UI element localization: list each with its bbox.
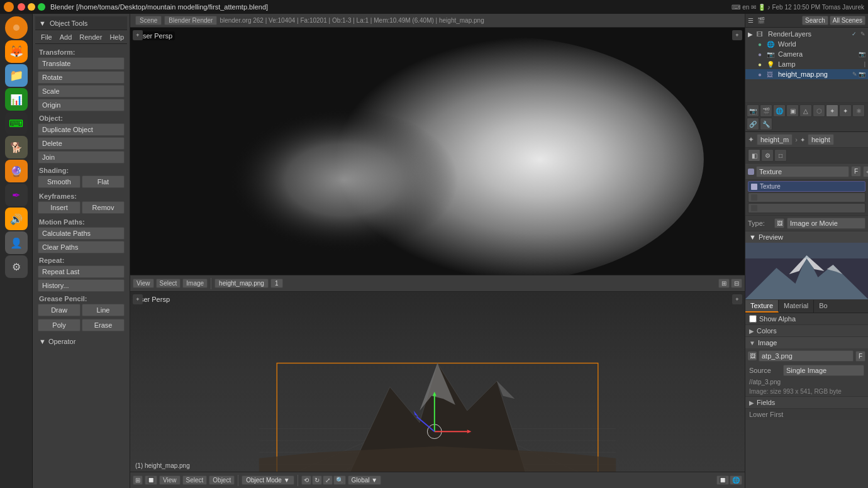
blender-app-icon[interactable] (5, 16, 28, 39)
prop-icon-render[interactable]: 📷 (747, 104, 759, 117)
insert-btn[interactable]: Insert (38, 201, 81, 214)
slot-1[interactable]: Texture (748, 181, 865, 192)
history-btn[interactable]: History... (38, 279, 125, 292)
texture-name-input[interactable] (756, 166, 849, 177)
vlc-icon[interactable]: 🔊 (5, 208, 28, 230)
colors-header[interactable]: ▶ Colors (745, 325, 868, 336)
slot-2[interactable] (748, 192, 865, 202)
close-button[interactable] (18, 3, 25, 11)
prop-icon-physics[interactable]: ⚛ (852, 104, 865, 117)
global-select[interactable]: Global ▼ (348, 475, 382, 485)
prop-icon-mesh[interactable]: △ (799, 104, 812, 117)
source-value[interactable]: Single Image (783, 365, 864, 376)
tab-both[interactable]: Bo (814, 300, 832, 313)
join-btn[interactable]: Join (38, 151, 125, 164)
origin-btn[interactable]: Origin (38, 99, 125, 111)
line-btn[interactable]: Line (82, 304, 125, 316)
select-menu-3d[interactable]: Select (182, 475, 208, 485)
menu-help[interactable]: Help (106, 33, 127, 42)
tex-type-icon2[interactable]: ⚙ (761, 149, 774, 162)
preview-header[interactable]: ▼ Preview (745, 231, 868, 243)
poly-btn[interactable]: Poly (38, 319, 81, 331)
slot-3[interactable] (748, 203, 865, 213)
prop-icon-material[interactable]: ⬡ (813, 104, 825, 117)
tab-texture[interactable]: Texture (745, 300, 779, 313)
gimp-icon[interactable]: 🐕 (5, 136, 28, 158)
mode-select[interactable]: Object Mode ▼ (242, 475, 294, 485)
renderlayers-edit-icon[interactable]: ✎ (860, 31, 865, 37)
scene-select[interactable]: Scene (135, 16, 162, 25)
renderlayers-check[interactable]: ✓ (852, 31, 857, 37)
height-m-btn[interactable]: height_m (757, 134, 793, 145)
maximize-button[interactable] (38, 3, 45, 11)
snap-icons[interactable]: ⟲ ↻ ⤢ 🔍 (301, 475, 346, 485)
terminal-icon[interactable]: ⌨ (5, 112, 28, 135)
erase-btn[interactable]: Erase (82, 319, 125, 331)
inkscape-icon[interactable]: ✒ (5, 184, 28, 206)
draw-btn[interactable]: Draw (38, 304, 81, 316)
tree-heightmap[interactable]: ● 🖼 height_map.png ✎ 📷 (745, 69, 868, 79)
duplicate-btn[interactable]: Duplicate Object (38, 123, 125, 136)
image-name-upper[interactable]: height_map.png (214, 279, 269, 288)
flat-btn[interactable]: Flat (82, 175, 125, 188)
remove-btn[interactable]: Remov (82, 201, 125, 214)
viewport-corner-tl[interactable]: + (133, 294, 143, 304)
view-zoom-btns[interactable]: ⊞ ⊟ (718, 279, 742, 288)
tree-camera[interactable]: ● 📷 Camera 📷 (745, 49, 868, 59)
panel-toggle[interactable]: ▼ (39, 19, 46, 27)
image-f-btn[interactable]: F (855, 351, 865, 362)
calculate-paths-btn[interactable]: Calculate Paths (38, 227, 125, 240)
filepath[interactable]: //atp_3.png (749, 379, 781, 385)
prop-icon-object[interactable]: ▣ (786, 104, 799, 117)
image-menu-upper[interactable]: Image (182, 279, 208, 288)
texture-viewport-corner-tl[interactable]: + (133, 30, 143, 40)
tree-lamp[interactable]: ● 💡 Lamp | (745, 59, 868, 69)
texture-add-btn[interactable]: + (863, 166, 868, 177)
h-icon1[interactable]: ✎ (852, 71, 857, 77)
scale-btn[interactable]: Scale (38, 85, 125, 97)
prop-icon-particles[interactable]: ✦ (839, 104, 852, 117)
select-menu-upper[interactable]: Select (156, 279, 181, 288)
height-label[interactable]: height (808, 134, 834, 145)
h-icon2[interactable]: 📷 (859, 71, 865, 77)
view-menu-upper[interactable]: View (133, 279, 154, 288)
blender2-icon[interactable]: 🔮 (5, 160, 28, 182)
show-alpha-checkbox[interactable] (749, 315, 757, 323)
clear-paths-btn[interactable]: Clear Paths (38, 241, 125, 253)
view-snap-icon[interactable]: 🔲 (145, 475, 157, 485)
image-name[interactable]: atp_3.png (759, 350, 854, 362)
view-menu-3d[interactable]: View (159, 475, 181, 485)
fields-header[interactable]: ▶ Fields (745, 397, 868, 409)
image-header[interactable]: ▼ Image (745, 337, 868, 348)
texture-viewport-corner-tr[interactable]: + (732, 30, 742, 40)
user-icon[interactable]: 👤 (5, 231, 28, 254)
texture-f-btn[interactable]: F (851, 166, 861, 177)
tex-type-icon1[interactable]: ◧ (748, 149, 760, 162)
translate-btn[interactable]: Translate (38, 57, 125, 70)
menu-render[interactable]: Render (76, 33, 105, 42)
render-icons[interactable]: 🔲 🌐 (716, 475, 742, 485)
search-label[interactable]: Search (802, 16, 828, 25)
tab-material[interactable]: Material (779, 300, 814, 313)
tex-type-icon3[interactable]: □ (774, 149, 787, 162)
prop-icon-scene[interactable]: 🎬 (760, 104, 772, 117)
prop-icon-modifiers[interactable]: 🔧 (760, 118, 772, 130)
all-scenes-label[interactable]: All Scenes (830, 16, 865, 25)
settings-icon[interactable]: ⚙ (5, 255, 28, 278)
type-value[interactable]: Image or Movie (787, 218, 865, 229)
delete-btn[interactable]: Delete (38, 137, 125, 150)
tree-world[interactable]: ● 🌐 World (745, 39, 868, 49)
prop-icon-texture[interactable]: ✦ (826, 104, 838, 117)
tree-renderlayers[interactable]: ▶ 🎞 RenderLayers ✓ ✎ (745, 29, 868, 39)
minimize-button[interactable] (28, 3, 35, 11)
files-icon[interactable]: 📁 (5, 64, 28, 87)
repeat-last-btn[interactable]: Repeat Last (38, 265, 125, 278)
libreoffice-icon[interactable]: 📊 (5, 88, 28, 111)
rotate-btn[interactable]: Rotate (38, 71, 125, 84)
smooth-btn[interactable]: Smooth (38, 175, 81, 188)
firefox-icon[interactable]: 🦊 (5, 40, 28, 63)
prop-icon-world[interactable]: 🌐 (773, 104, 786, 117)
prop-icon-constraints[interactable]: 🔗 (747, 118, 759, 130)
menu-add[interactable]: Add (57, 33, 75, 42)
scene-icon-btn[interactable]: 🎬 (757, 17, 765, 24)
